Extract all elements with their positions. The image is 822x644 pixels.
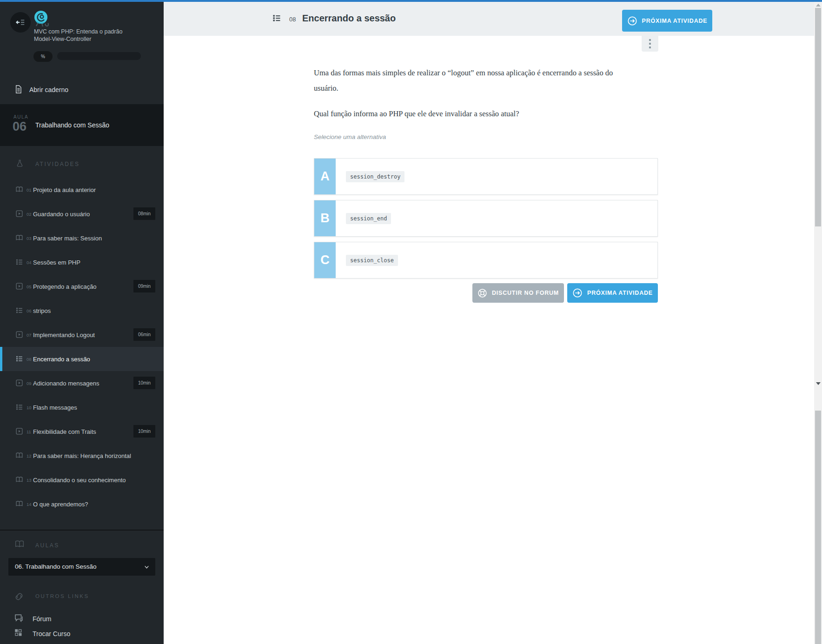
- activity-header-title: Encerrando a sessão: [302, 13, 396, 24]
- arrow-right-circle-icon: [572, 288, 583, 298]
- life-buoy-icon: [477, 288, 487, 298]
- activity-label: Implementando Logout: [33, 332, 95, 339]
- lesson-select-dropdown[interactable]: 06. Trabalhando com Sessão: [8, 558, 155, 576]
- lesson-badge-title: Trabalhando com Sessão: [35, 121, 109, 129]
- video-icon: [15, 282, 23, 290]
- next-activity-button-top[interactable]: PRÓXIMA ATIVIDADE: [622, 10, 712, 32]
- other-links-section-header: OUTROS LINKS: [35, 593, 89, 599]
- grid-icon: [14, 628, 22, 637]
- next-activity-button-bottom[interactable]: PRÓXIMA ATIVIDADE: [567, 283, 658, 303]
- activity-item-08-active[interactable]: 08 Encerrando a sessão: [0, 347, 164, 371]
- sidebar-divider: [0, 530, 164, 531]
- activity-label: Encerrando a sessão: [33, 356, 90, 363]
- activity-item-04[interactable]: 04 Sessões em PHP: [0, 250, 164, 274]
- forum-link-label: Fórum: [33, 615, 51, 623]
- book-icon: [15, 186, 23, 193]
- scrollbar-thumb[interactable]: [815, 8, 821, 226]
- flask-icon: [15, 158, 24, 169]
- activity-number: 05: [27, 284, 32, 289]
- main-content-area: 08 Encerrando a sessão PRÓXIMA ATIVIDADE…: [164, 2, 814, 644]
- activity-number: 01: [27, 187, 32, 193]
- activity-label: Projeto da aula anterior: [33, 186, 96, 193]
- alternative-a[interactable]: A session_destroy: [314, 158, 658, 195]
- duration-badge: 08min: [133, 207, 155, 220]
- quiz-list-icon: [15, 355, 23, 363]
- activity-number: 08: [27, 357, 32, 362]
- activities-list: 01 Projeto da aula anterior 02 Guardando…: [0, 178, 164, 516]
- scroll-up-arrow-icon[interactable]: [816, 4, 821, 7]
- quiz-list-icon: [272, 13, 281, 23]
- alternative-b[interactable]: B session_end: [314, 200, 658, 237]
- lesson-badge-label: AULA: [13, 114, 28, 120]
- activity-item-14[interactable]: 14 O que aprendemos?: [0, 492, 164, 516]
- duration-badge: 06min: [133, 328, 155, 341]
- open-notebook-button[interactable]: Abrir caderno: [0, 78, 164, 101]
- activity-item-10[interactable]: 10 Flash messages: [0, 395, 164, 419]
- activity-label: Guardando o usuário: [33, 211, 90, 218]
- activity-item-02[interactable]: 02 Guardando o usuário 08min: [0, 202, 164, 226]
- course-logo-icon: [33, 9, 51, 28]
- open-book-icon: [14, 539, 25, 549]
- activity-number: 12: [27, 453, 32, 458]
- video-icon: [15, 331, 23, 339]
- activity-number: 03: [27, 236, 32, 241]
- activity-header: 08 Encerrando a sessão PRÓXIMA ATIVIDADE: [164, 2, 814, 36]
- collapse-sidebar-icon: [15, 17, 26, 27]
- change-course-link[interactable]: Trocar Curso: [0, 626, 164, 642]
- activity-number: 09: [27, 381, 32, 386]
- quiz-list-icon: [15, 258, 23, 266]
- alternative-code: session_destroy: [346, 171, 404, 182]
- activity-item-09[interactable]: 09 Adicionando mensagens 10min: [0, 371, 164, 395]
- next-activity-label: PRÓXIMA ATIVIDADE: [587, 290, 653, 296]
- progress-percent-label: %: [41, 54, 45, 59]
- discuss-forum-button[interactable]: DISCUTIR NO FORUM: [472, 283, 564, 303]
- book-icon: [15, 451, 23, 459]
- question-actions: DISCUTIR NO FORUM PRÓXIMA ATIVIDADE: [314, 283, 658, 303]
- sidebar: MVC com PHP: Entenda o padrão Model-View…: [0, 0, 164, 644]
- book-icon: [15, 234, 23, 242]
- activity-item-06[interactable]: 06 stripos: [0, 299, 164, 323]
- forum-link[interactable]: Fórum: [0, 611, 164, 627]
- activity-label: Consolidando o seu conhecimento: [33, 477, 126, 484]
- activity-label: Flexibilidade com Traits: [33, 428, 96, 435]
- activity-label: stripos: [33, 307, 51, 314]
- activity-item-01[interactable]: 01 Projeto da aula anterior: [0, 178, 164, 202]
- alternative-c[interactable]: C session_close: [314, 242, 658, 279]
- activity-item-03[interactable]: 03 Para saber mais: Session: [0, 226, 164, 250]
- activity-label: Para saber mais: Herança horizontal: [33, 452, 131, 459]
- activity-item-05[interactable]: 05 Protegendo a aplicação 09min: [0, 274, 164, 299]
- activity-number: 14: [27, 502, 32, 507]
- page-scrollbar-thumb[interactable]: [815, 411, 821, 644]
- links-icon: [14, 591, 24, 602]
- book-icon: [15, 500, 23, 508]
- course-title-line2: Model-View-Controller: [34, 35, 146, 43]
- duration-badge: 09min: [133, 280, 155, 292]
- alternative-letter: A: [314, 159, 336, 194]
- activity-item-07[interactable]: 07 Implementando Logout 06min: [0, 323, 164, 347]
- activity-number: 10: [27, 405, 32, 410]
- select-alternative-hint: Selecione uma alternativa: [314, 133, 386, 140]
- alternative-letter: C: [314, 242, 336, 278]
- video-icon: [15, 427, 23, 435]
- activity-number: 04: [27, 260, 32, 265]
- activity-item-12[interactable]: 12 Para saber mais: Herança horizontal: [0, 444, 164, 468]
- activity-number: 13: [27, 478, 32, 483]
- alternatives-list: A session_destroy B session_end C sessio…: [314, 158, 658, 284]
- activity-item-11[interactable]: 11 Flexibilidade com Traits 10min: [0, 419, 164, 444]
- more-options-button[interactable]: [642, 36, 658, 52]
- chevron-down-icon: [144, 564, 150, 570]
- duration-badge: 10min: [133, 377, 155, 389]
- collapse-sidebar-button[interactable]: [10, 12, 31, 33]
- scroll-down-arrow-icon[interactable]: [816, 382, 821, 385]
- scrollbar[interactable]: [814, 0, 822, 644]
- alternative-letter: B: [314, 200, 336, 236]
- activity-label: Adicionando mensagens: [33, 380, 99, 387]
- alternative-code: session_end: [346, 213, 391, 224]
- activity-header-number: 08: [289, 16, 296, 23]
- activity-label: O que aprendemos?: [33, 501, 88, 508]
- question-paragraph-1: Uma das formas mais simples de realizar …: [314, 65, 616, 96]
- activities-section-header: ATIVIDADES: [35, 161, 80, 167]
- open-notebook-label: Abrir caderno: [29, 86, 68, 93]
- quiz-list-icon: [15, 403, 23, 411]
- activity-item-13[interactable]: 13 Consolidando o seu conhecimento: [0, 468, 164, 492]
